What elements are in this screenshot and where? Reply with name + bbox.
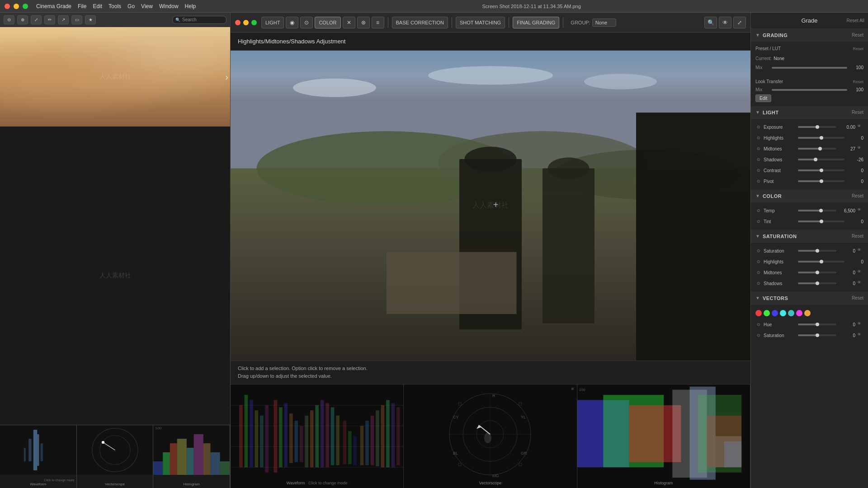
menu-icon[interactable]: ≡	[372, 17, 384, 28]
section-title-bar: Highlights/Midtones/Shadows Adjustment	[231, 33, 750, 51]
color-reset-button[interactable]: Reset	[852, 193, 863, 198]
saturation-section-header[interactable]: ▼ SATURATION Reset	[751, 230, 868, 243]
shot-matching-button[interactable]: SHOT MATCHING	[456, 17, 505, 28]
preset-lut-reset[interactable]: Reset	[853, 47, 863, 51]
midtones-row: ⊙ Midtones 27 👁	[751, 143, 868, 154]
zoom-out-button[interactable]: ⊖	[4, 15, 14, 24]
color-dot-red[interactable]	[755, 310, 762, 316]
select-button[interactable]: ↗	[58, 15, 69, 24]
video-preview[interactable]: + 人人素材社	[231, 51, 750, 361]
group-dropdown[interactable]: None	[592, 19, 616, 27]
look-transfer-mix-slider[interactable]	[772, 89, 847, 91]
settings-icon[interactable]: ⊛	[357, 17, 370, 28]
saturation-slider[interactable]	[798, 250, 836, 252]
svg-rect-64	[360, 426, 364, 465]
grading-reset-button[interactable]: Reset	[852, 33, 863, 38]
zoom-in-button[interactable]: ⊕	[17, 15, 28, 24]
hue-eye-icon[interactable]: 👁	[857, 321, 863, 328]
fit-button[interactable]: ⤢	[31, 15, 42, 24]
hue-slider[interactable]	[798, 324, 836, 325]
light-reset-button[interactable]: Reset	[852, 110, 863, 115]
sat-midtones-icon: ⊙	[755, 269, 762, 276]
maximize-button[interactable]	[23, 4, 28, 9]
final-grading-button[interactable]: FINAL GRADING	[513, 17, 559, 28]
vec-saturation-slider[interactable]	[798, 334, 836, 336]
scope-menu-icon[interactable]: ≡	[571, 386, 574, 391]
sat-midtones-eye-icon[interactable]: 👁	[857, 269, 863, 276]
svg-rect-63	[353, 436, 357, 465]
inner-maximize[interactable]	[251, 20, 257, 25]
sat-shadows-thumb	[816, 282, 819, 285]
star-button[interactable]: ★	[85, 15, 96, 24]
menu-view[interactable]: View	[141, 3, 153, 9]
shadows-slider[interactable]	[798, 159, 844, 160]
preset-mix-slider[interactable]	[772, 67, 847, 69]
menu-app[interactable]: Cinema Grade	[36, 3, 71, 9]
look-transfer-reset[interactable]: Reset	[853, 80, 863, 84]
sat-highlights-slider[interactable]	[798, 261, 844, 263]
midtones-slider[interactable]	[798, 148, 836, 150]
contrast-icon: ⊙	[755, 167, 762, 174]
vectors-section-header[interactable]: ▼ VECTORS Reset	[751, 292, 868, 305]
svg-rect-88	[458, 463, 461, 466]
color-dot-cyan[interactable]	[780, 310, 786, 316]
hue-thumb	[816, 323, 819, 326]
midtones-eye-icon[interactable]: 👁	[857, 145, 863, 152]
sat-midtones-slider[interactable]	[798, 272, 836, 273]
tint-value: 0	[847, 219, 863, 224]
grading-section-header[interactable]: ▼ GRADING Reset	[751, 29, 868, 42]
light-icon-2[interactable]: ⊙	[300, 17, 313, 28]
saturation-eye-icon[interactable]: 👁	[857, 248, 863, 254]
pencil-button[interactable]: ✏	[44, 15, 55, 24]
vec-saturation-eye-icon[interactable]: 👁	[857, 332, 863, 338]
look-transfer-edit-button[interactable]: Edit	[755, 94, 771, 102]
color-section-header[interactable]: ▼ COLOR Reset	[751, 190, 868, 202]
menu-help[interactable]: Help	[185, 3, 196, 9]
search-icon-btn[interactable]: 🔍	[704, 17, 717, 28]
menu-file[interactable]: File	[78, 3, 86, 9]
menu-edit[interactable]: Edit	[93, 3, 102, 9]
svg-rect-45	[255, 410, 259, 467]
light-section-header[interactable]: ▼ LIGHT Reset	[751, 106, 868, 119]
reset-all-button[interactable]: Reset All	[847, 18, 864, 23]
temp-eye-icon[interactable]: 👁	[857, 207, 863, 214]
saturation-reset-button[interactable]: Reset	[852, 234, 863, 239]
menu-window[interactable]: Window	[159, 3, 179, 9]
base-correction-button[interactable]: BASE CORRECTION	[392, 17, 448, 28]
mini-waveform-label: Waveform	[30, 482, 46, 486]
eye-icon-btn[interactable]: 👁	[719, 17, 731, 28]
inner-close[interactable]	[235, 20, 241, 25]
menu-go[interactable]: Go	[127, 3, 135, 9]
inner-minimize[interactable]	[243, 20, 249, 25]
color-dot-blue[interactable]	[772, 310, 778, 316]
temp-slider[interactable]	[798, 210, 836, 211]
right-panel: Grade Reset All ▼ GRADING Reset Preset /…	[750, 13, 868, 488]
section-title: Highlights/Midtones/Shadows Adjustment	[238, 38, 345, 45]
minimize-button[interactable]	[14, 4, 19, 9]
sat-shadows-eye-icon[interactable]: 👁	[857, 280, 863, 286]
nav-arrow-right[interactable]: ›	[225, 72, 228, 82]
highlights-slider[interactable]	[798, 137, 844, 139]
vec-saturation-value: 0	[839, 333, 855, 338]
color-icon[interactable]: ✕	[343, 17, 355, 28]
light-icon-1[interactable]: ◉	[286, 17, 298, 28]
exposure-slider[interactable]	[798, 126, 836, 128]
search-bar[interactable]: 🔍 Search	[172, 16, 226, 24]
svg-rect-69	[386, 400, 390, 467]
color-dot-purple[interactable]	[796, 310, 802, 316]
expand-icon-btn[interactable]: ⤢	[733, 17, 746, 28]
vectors-reset-button[interactable]: Reset	[852, 296, 863, 300]
pivot-slider[interactable]	[798, 180, 844, 182]
box-button[interactable]: ▭	[71, 15, 82, 24]
color-dot-orange[interactable]	[804, 310, 811, 316]
sat-shadows-slider[interactable]	[798, 282, 836, 284]
menu-tools[interactable]: Tools	[108, 3, 121, 9]
color-dot-teal[interactable]	[788, 310, 794, 316]
contrast-slider[interactable]	[798, 169, 844, 171]
exposure-eye-icon[interactable]: 👁	[857, 124, 863, 130]
color-button[interactable]: COLOR	[315, 17, 340, 28]
color-dot-green[interactable]	[764, 310, 770, 316]
close-button[interactable]	[5, 4, 10, 9]
light-button[interactable]: LIGHT	[261, 17, 284, 28]
tint-slider[interactable]	[798, 221, 844, 222]
